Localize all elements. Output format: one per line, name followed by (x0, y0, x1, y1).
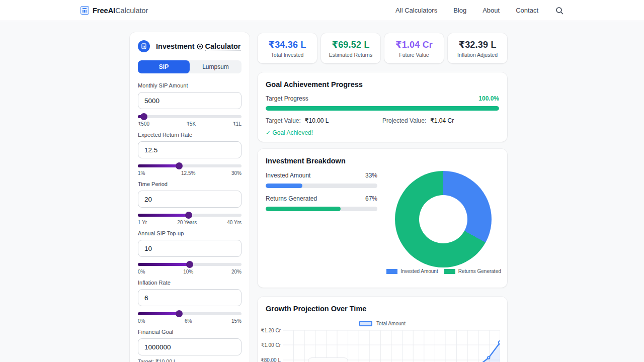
stats-row: ₹34.36 L Total Invested ₹69.52 L Estimat… (258, 33, 507, 63)
stat-value: ₹34.36 L (268, 39, 306, 50)
target-progress-label: Target Progress (266, 95, 308, 102)
target-value: ₹10.00 L (305, 117, 329, 124)
slider-scale: ₹500 ₹5K ₹1L (138, 121, 242, 127)
legend-swatch-total-amount (359, 321, 372, 326)
scale-mid: ₹5K (186, 121, 196, 127)
stat-estimated-returns: ₹69.52 L Estimated Returns (321, 33, 380, 63)
calculator-badge-icon (138, 40, 150, 52)
scale-mid: 6% (185, 318, 192, 324)
breakdown-card-title: Investment Breakdown (266, 157, 499, 165)
inflation-rate-slider[interactable] (138, 310, 242, 317)
navbar: FreeAICalculator All Calculators Blog Ab… (0, 0, 644, 21)
chart-tooltip-partial (308, 357, 348, 362)
stat-label: Estimated Returns (329, 52, 372, 58)
scale-max: 15% (231, 318, 242, 324)
slider-thumb[interactable] (176, 162, 183, 169)
legend-label: Total Amount (376, 321, 406, 326)
scale-max: 20% (231, 269, 242, 275)
slider-scale: 1% 12.5% 30% (138, 170, 242, 176)
breakdown-pct: 67% (365, 195, 377, 202)
slider-fill (138, 312, 179, 315)
scale-mid: 10% (183, 269, 193, 275)
breakdown-donut-chart (395, 171, 492, 267)
field-label: Annual SIP Top-up (138, 230, 242, 237)
slider-track (138, 115, 242, 118)
slider-scale: 0% 10% 20% (138, 269, 242, 275)
breakdown-row-invested: Invested Amount 33% (266, 172, 377, 188)
time-period-slider[interactable] (138, 212, 242, 219)
slider-fill (138, 263, 190, 266)
legend-label: Invested Amount (400, 268, 438, 274)
nav-link-about[interactable]: About (482, 7, 500, 14)
projected-value-label: Projected Value: (382, 117, 426, 124)
time-period-input[interactable] (138, 191, 242, 208)
field-label: Expected Return Rate (138, 132, 242, 138)
field-label: Time Period (138, 181, 242, 188)
nav-link-all-calculators[interactable]: All Calculators (395, 7, 437, 14)
field-time-period: Time Period 1 Yr 20 Years 40 Yrs (138, 181, 242, 226)
return-rate-slider[interactable] (138, 162, 242, 169)
financial-goal-input[interactable] (138, 338, 242, 355)
legend-item-invested[interactable]: Invested Amount (386, 268, 438, 274)
slider-thumb[interactable] (140, 113, 147, 120)
legend-swatch-blue (386, 269, 397, 274)
field-inflation-rate: Inflation Rate 0% 6% 15% (138, 280, 242, 324)
sip-topup-slider[interactable] (138, 261, 242, 268)
field-monthly-sip: Monthly SIP Amount ₹500 ₹5K ₹1L (138, 82, 242, 127)
goal-target-note: Target: ₹10.00 L (138, 358, 242, 362)
slider-thumb[interactable] (186, 261, 193, 268)
field-financial-goal: Financial Goal Target: ₹10.00 L (138, 329, 242, 362)
calculator-panel: Investment Calculator SIP Lumpsum Monthl… (130, 32, 250, 362)
scale-max: ₹1L (232, 121, 242, 127)
stat-value: ₹1.04 Cr (395, 39, 433, 50)
tab-sip[interactable]: SIP (138, 60, 190, 73)
growth-line-chart (283, 327, 500, 362)
breakdown-label: Returns Generated (266, 195, 317, 202)
stat-value: ₹32.39 L (458, 39, 496, 50)
tab-lumpsum[interactable]: Lumpsum (190, 60, 242, 73)
breakdown-bar-fill (266, 184, 302, 188)
breakdown-bar (266, 207, 377, 211)
slider-thumb[interactable] (185, 212, 192, 219)
inflation-rate-input[interactable] (138, 289, 242, 306)
goal-progress-card: Goal Achievement Progress Target Progres… (258, 72, 507, 142)
breakdown-bar (266, 184, 377, 188)
slider-thumb[interactable] (176, 310, 183, 317)
monthly-sip-slider[interactable] (138, 113, 242, 120)
stat-value: ₹69.52 L (332, 39, 369, 50)
scale-min: 1% (138, 170, 145, 176)
calculator-header: Investment Calculator (138, 40, 242, 52)
stat-inflation-adjusted: ₹32.39 L Inflation Adjusted (448, 33, 507, 63)
scale-min: ₹500 (138, 121, 149, 127)
nav-link-blog[interactable]: Blog (453, 7, 466, 14)
search-icon[interactable] (555, 7, 564, 15)
breakdown-label: Invested Amount (266, 172, 310, 179)
field-return-rate: Expected Return Rate 1% 12.5% 30% (138, 132, 242, 176)
slider-scale: 1 Yr 20 Years 40 Yrs (138, 220, 242, 226)
scale-mid: 12.5% (181, 170, 195, 176)
slider-fill (138, 214, 189, 217)
scale-max: 30% (231, 170, 242, 176)
nav-link-contact[interactable]: Contact (516, 7, 538, 14)
slider-scale: 0% 6% 15% (138, 318, 242, 324)
sip-topup-input[interactable] (138, 240, 242, 257)
scale-max: 40 Yrs (227, 220, 242, 226)
stat-future-value: ₹1.04 Cr Future Value (384, 33, 444, 63)
brand-logo[interactable]: FreeAICalculator (80, 6, 148, 15)
goal-progress-row: Target Progress 100.0% (266, 95, 499, 102)
stat-total-invested: ₹34.36 L Total Invested (258, 33, 317, 63)
scale-min: 0% (138, 318, 145, 324)
monthly-sip-input[interactable] (138, 92, 242, 109)
stat-label: Future Value (399, 52, 429, 58)
return-rate-input[interactable] (138, 141, 242, 158)
field-label: Inflation Rate (138, 280, 242, 286)
stat-label: Inflation Adjusted (457, 52, 498, 58)
legend-item-returns[interactable]: Returns Generated (444, 268, 501, 274)
goal-achieved-badge: ✓ Goal Achieved! (266, 129, 499, 136)
goal-card-title: Goal Achievement Progress (266, 80, 499, 88)
ytick-80l: ₹80.00 L (258, 357, 281, 362)
calculator-icon (80, 6, 89, 15)
ytick-1-20cr: ₹1.20 Cr (258, 328, 281, 333)
growth-legend-item[interactable]: Total Amount (258, 321, 507, 326)
breakdown-pct: 33% (365, 172, 377, 179)
